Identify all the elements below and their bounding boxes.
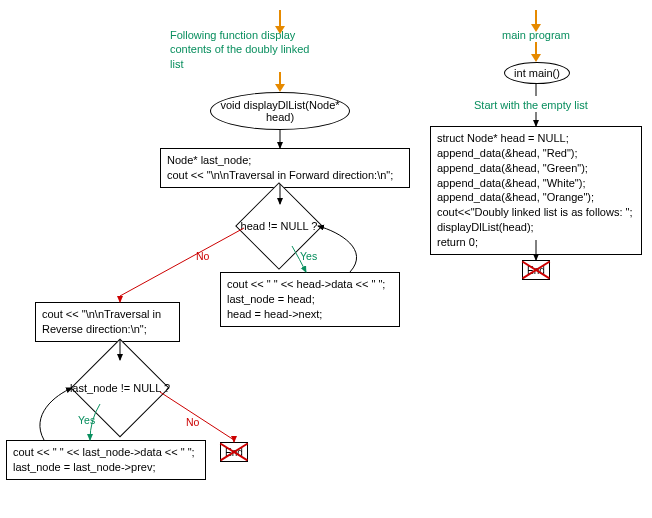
main-body: struct Node* head = NULL; append_data(&h… [430, 126, 642, 255]
func-displayDlList: void displayDlList(Node* head) [210, 92, 350, 130]
func-main: int main() [504, 62, 570, 84]
yes1-label: Yes [300, 250, 317, 262]
decision1-text: head != NULL ? [241, 220, 318, 232]
loop-forward-body: cout << " " << head->data << " "; last_n… [220, 272, 400, 327]
entry-arrowhead-right [531, 24, 541, 32]
entry-arrowhead-left-2 [275, 84, 285, 92]
end-right-label: End [527, 265, 545, 276]
block-forward-init: Node* last_node; cout << "\n\nTraversal … [160, 148, 410, 188]
end-left-label: End [225, 447, 243, 458]
func-main-label: int main() [514, 67, 560, 79]
end-right: End [522, 260, 550, 280]
left-caption: Following function display contents of t… [170, 28, 320, 71]
right-subcaption: Start with the empty list [474, 98, 588, 112]
yes2-label: Yes [78, 414, 95, 426]
decision-head-null: head != NULL ? [234, 206, 324, 246]
flowchart-canvas: Following function display contents of t… [0, 0, 652, 518]
decision-lastnode-null: last_node != NULL ? [60, 368, 180, 408]
func-label: void displayDlList(Node* head) [215, 99, 345, 123]
entry-arrowhead-left [275, 26, 285, 34]
no2-label: No [186, 416, 199, 428]
no1-label: No [196, 250, 209, 262]
block-reverse-init: cout << "\n\nTraversal in Reverse direct… [35, 302, 180, 342]
entry-arrowhead-right-2 [531, 54, 541, 62]
end-left: End [220, 442, 248, 462]
loop-reverse-body: cout << " " << last_node->data << " "; l… [6, 440, 206, 480]
decision2-text: last_node != NULL ? [70, 382, 170, 394]
